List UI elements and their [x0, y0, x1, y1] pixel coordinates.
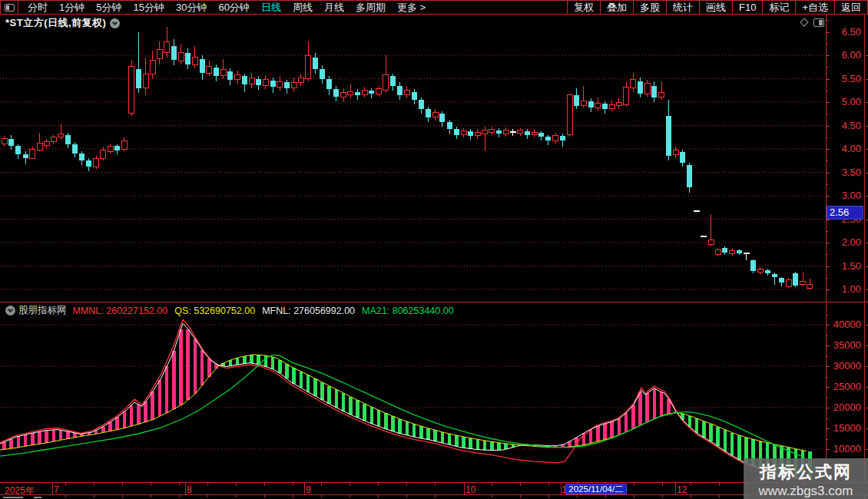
candles [2, 27, 813, 289]
week-tick [293, 483, 293, 486]
period-tab-15分钟[interactable]: 15分钟 [133, 1, 164, 15]
main-candlestick-chart[interactable] [0, 23, 826, 302]
action-button-复权[interactable]: 复权 [567, 1, 600, 14]
sub-axis-label-35000: 35000 [826, 339, 861, 352]
week-tick [122, 483, 123, 486]
action-button-多股[interactable]: 多股 [633, 1, 666, 14]
week-tick [65, 495, 66, 497]
indicator-line-MFNL [0, 323, 807, 478]
week-tick [520, 483, 521, 486]
action-button-标记[interactable]: 标记 [762, 1, 795, 14]
app-window: 分时1分钟5分钟15分钟30分钟60分钟日线周线月线多周期更多 > 复权叠加多股… [0, 0, 868, 499]
week-tick [719, 495, 720, 497]
week-tick [492, 483, 492, 486]
week-tick [378, 483, 379, 486]
sub-axis-label-40000: 40000 [826, 319, 861, 331]
main-gridlines [0, 55, 826, 289]
period-tab-分时[interactable]: 分时 [28, 1, 48, 15]
sub-axis-label-30000: 30000 [826, 360, 861, 372]
main-axis-label-5.00: 5.00 [826, 96, 861, 108]
main-axis-label-6.50: 6.50 [826, 26, 861, 38]
month-separator [185, 483, 186, 495]
year-label: 2025年 [5, 484, 35, 497]
month-separator [675, 483, 676, 495]
menubar: 分时1分钟5分钟15分钟30分钟60分钟日线周线月线多周期更多 > 复权叠加多股… [0, 0, 868, 15]
week-tick [207, 483, 208, 486]
indicator-stats: MMNL: 260227152.00QS: 532690752.00MFNL: … [73, 306, 461, 316]
action-button-返回[interactable]: 返回 [834, 1, 868, 14]
period-tab-1分钟[interactable]: 1分钟 [59, 1, 84, 15]
main-axis-label-4.50: 4.50 [826, 120, 861, 132]
period-tab-月线[interactable]: 月线 [324, 1, 344, 15]
week-tick [293, 495, 293, 497]
main-axis-label-4.00: 4.00 [826, 143, 861, 155]
main-axis-label-3.50: 3.50 [826, 167, 861, 179]
month-label-8: 8 [187, 484, 192, 495]
period-tab-周线[interactable]: 周线 [293, 1, 313, 15]
period-tab-60分钟[interactable]: 60分钟 [218, 1, 249, 15]
week-tick [122, 495, 123, 497]
action-buttons: 复权叠加多股统计画线F10标记+自选返回 [567, 1, 868, 14]
period-tabs: 分时1分钟5分钟15分钟30分钟60分钟日线周线月线多周期更多 > [18, 1, 426, 14]
watermark-title: 指标公式网 [744, 461, 868, 484]
period-tab-30分钟[interactable]: 30分钟 [176, 1, 207, 15]
week-tick [577, 495, 578, 497]
week-tick [406, 495, 407, 497]
date-tag: 2025/11/04/二 [565, 484, 627, 494]
week-tick [350, 483, 350, 486]
indicator-stat-QS: QS: 532690752.00 [174, 306, 255, 316]
indicator-stat-MA21: MA21: 806253440.00 [362, 306, 454, 316]
month-label-9: 9 [306, 484, 311, 495]
indicator-source-label: 股朋指标网 [18, 304, 67, 317]
indicator-stat-MFNL: MFNL: 276056992.00 [262, 306, 355, 316]
week-tick [378, 495, 379, 497]
period-tab-多周期[interactable]: 多周期 [356, 1, 386, 15]
month-label-7: 7 [54, 484, 59, 495]
sub-axis-label-25000: 25000 [826, 381, 861, 393]
week-tick [94, 483, 94, 486]
action-button-统计[interactable]: 统计 [666, 1, 699, 14]
right-border-line [864, 15, 865, 499]
action-button-F10[interactable]: F10 [732, 1, 762, 14]
week-tick [350, 495, 350, 497]
watermark-url: www.zbgs3.com [744, 484, 868, 499]
week-tick [634, 495, 634, 497]
collapse-indicator-icon[interactable] [5, 306, 15, 316]
week-tick [179, 495, 180, 497]
week-tick [435, 495, 436, 497]
week-tick [492, 495, 492, 497]
main-axis-label-1.50: 1.50 [826, 260, 861, 273]
week-tick [548, 495, 549, 497]
week-tick [662, 495, 663, 497]
week-tick [548, 483, 549, 486]
month-separator [52, 483, 53, 495]
week-tick [719, 483, 720, 486]
week-tick [691, 483, 691, 486]
week-tick [264, 495, 265, 497]
sub-axis-label-10000: 10000 [826, 443, 861, 455]
window-layout-icon[interactable] [0, 1, 18, 14]
week-tick [207, 495, 208, 497]
period-tab-5分钟[interactable]: 5分钟 [96, 1, 121, 15]
action-button-叠加[interactable]: 叠加 [600, 1, 633, 14]
bottom-strip [0, 495, 868, 499]
watermark: 指标公式网 www.zbgs3.com [744, 458, 868, 499]
week-tick [179, 483, 180, 486]
week-tick [435, 483, 436, 486]
action-button-+自选[interactable]: +自选 [795, 1, 834, 14]
week-tick [94, 495, 94, 497]
date-axis: 2025年 2025/11/04/二 789101112 [0, 482, 868, 495]
indicator-chart[interactable] [0, 319, 826, 482]
main-axis-label-3.00: 3.00 [826, 190, 861, 202]
period-tab-日线[interactable]: 日线 [261, 1, 281, 15]
week-tick [65, 483, 66, 486]
main-axis-label-5.50: 5.50 [826, 73, 861, 85]
divider-line [0, 302, 868, 302]
layout-toggle-icon [5, 4, 15, 12]
week-tick [151, 483, 151, 486]
week-tick [662, 483, 663, 486]
week-tick [634, 483, 634, 486]
action-button-画线[interactable]: 画线 [699, 1, 732, 14]
period-tab-更多 >[interactable]: 更多 > [397, 1, 426, 15]
price-axis: 2.56 6.506.005.505.004.504.003.503.002.5… [826, 15, 864, 499]
